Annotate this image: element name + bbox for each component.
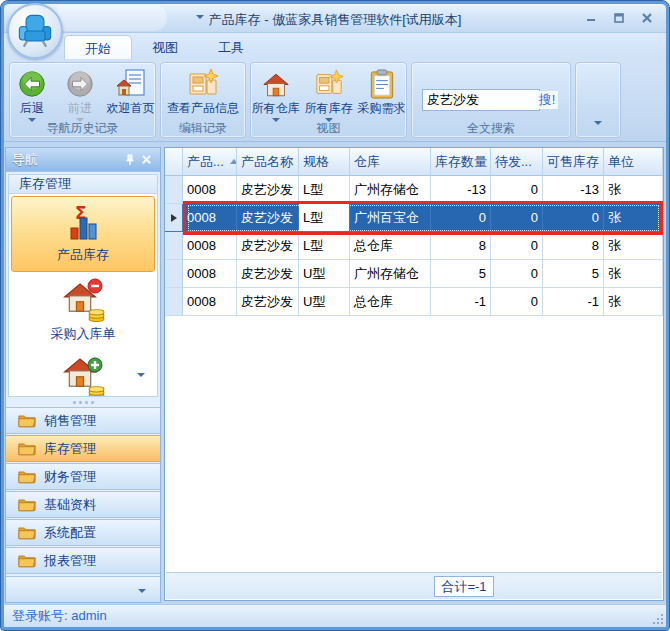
cell-product-code[interactable]: 0008 (183, 204, 237, 232)
table-row[interactable]: 0008 皮艺沙发 L型 广州存储仓 -13 0 -13 张 (165, 176, 663, 204)
quick-access-dropdown-icon[interactable] (196, 15, 204, 19)
section-header-inventory[interactable]: 库存管理 (9, 175, 157, 194)
cell-spec[interactable]: L型 (299, 232, 350, 260)
cell-pending[interactable]: 0 (491, 260, 543, 288)
row-selector[interactable] (165, 260, 183, 288)
row-selector[interactable] (165, 288, 183, 316)
sidebar-group-system-config[interactable]: 系统配置 (6, 519, 160, 546)
column-header-product-name[interactable]: 产品名称 (237, 148, 299, 176)
application-menu-button[interactable] (7, 3, 63, 59)
cell-pending[interactable]: 0 (491, 232, 543, 260)
sidebar-group-sales[interactable]: 销售管理 (6, 407, 160, 434)
cell-stock-qty[interactable]: -1 (431, 288, 491, 316)
cell-stock-qty[interactable]: 8 (431, 232, 491, 260)
resize-grip[interactable] (651, 612, 663, 624)
cell-stock-qty[interactable]: 5 (431, 260, 491, 288)
table-row[interactable]: 0008 皮艺沙发 U型 广州存储仓 5 0 5 张 (165, 260, 663, 288)
cell-unit[interactable]: 张 (604, 260, 663, 288)
column-header-unit[interactable]: 单位 (604, 148, 663, 176)
cell-product-code[interactable]: 0008 (183, 176, 237, 204)
cell-warehouse[interactable]: 总仓库 (350, 232, 431, 260)
back-button[interactable]: 后退 (10, 67, 54, 122)
cell-spec[interactable]: U型 (299, 288, 350, 316)
welcome-home-button[interactable]: 欢迎首页 (106, 67, 155, 122)
navigation-groups: 销售管理 库存管理 财务管理 基础资料 系统配置 报表管理 (6, 406, 160, 574)
tab-start[interactable]: 开始 (64, 35, 132, 61)
close-icon (141, 154, 152, 165)
cell-stock-qty[interactable]: -13 (431, 176, 491, 204)
column-header-warehouse[interactable]: 仓库 (350, 148, 431, 176)
cell-product-name[interactable]: 皮艺沙发 (237, 260, 299, 288)
purchase-demand-button[interactable]: 采购需求 (357, 67, 406, 122)
search-input[interactable] (422, 89, 540, 111)
column-header-stock-qty[interactable]: 库存数量 (431, 148, 491, 176)
cell-product-code[interactable]: 0008 (183, 260, 237, 288)
tab-view[interactable]: 视图 (132, 35, 198, 61)
cell-unit[interactable]: 张 (604, 288, 663, 316)
cell-product-code[interactable]: 0008 (183, 288, 237, 316)
dropdown-arrow-icon[interactable] (594, 121, 602, 125)
tab-tools[interactable]: 工具 (198, 35, 264, 61)
cell-warehouse[interactable]: 广州百宝仓 (350, 204, 431, 232)
search-go-button[interactable]: 搜! (536, 91, 558, 109)
nav-item-product-stock[interactable]: 产品库存 (11, 196, 155, 272)
row-selector[interactable] (165, 176, 183, 204)
cell-sellable[interactable]: 5 (543, 260, 604, 288)
sidebar-group-inventory[interactable]: 库存管理 (6, 435, 160, 462)
sidebar-group-basic-data[interactable]: 基础资料 (6, 491, 160, 518)
cell-pending[interactable]: 0 (491, 288, 543, 316)
sidebar-collapse-bar[interactable] (6, 576, 160, 602)
column-header-product-code[interactable]: 产品... (183, 148, 237, 176)
all-stock-button[interactable]: 所有库存 (304, 67, 353, 122)
cell-product-name[interactable]: 皮艺沙发 (237, 176, 299, 204)
table-row[interactable]: 0008 皮艺沙发 L型 总仓库 8 0 8 张 (165, 232, 663, 260)
view-product-info-button[interactable]: 查看产品信息 (164, 67, 242, 115)
cell-sellable[interactable]: -1 (543, 288, 604, 316)
nav-item-purchase-inbound[interactable]: 采购入库单 (9, 274, 157, 350)
cell-unit[interactable]: 张 (604, 232, 663, 260)
pin-button[interactable] (122, 152, 138, 168)
nav-item-partial[interactable] (9, 350, 157, 396)
close-icon (641, 12, 653, 24)
row-selector[interactable] (165, 232, 183, 260)
cell-stock-qty[interactable]: 0 (431, 204, 491, 232)
cell-warehouse[interactable]: 总仓库 (350, 288, 431, 316)
close-button[interactable] (638, 10, 656, 26)
panel-splitter[interactable] (6, 399, 160, 406)
all-warehouses-button[interactable]: 所有仓库 (251, 67, 300, 122)
panel-close-button[interactable] (138, 152, 154, 168)
column-header-spec[interactable]: 规格 (299, 148, 350, 176)
table-row[interactable]: 0008 皮艺沙发 U型 总仓库 -1 0 -1 张 (165, 288, 663, 316)
cell-sellable[interactable]: 0 (543, 204, 604, 232)
cell-sellable[interactable]: 8 (543, 232, 604, 260)
dropdown-arrow-icon[interactable] (137, 373, 145, 377)
minimize-button[interactable] (582, 10, 600, 26)
cell-product-name[interactable]: 皮艺沙发 (237, 204, 299, 232)
cell-spec[interactable]: L型 (299, 176, 350, 204)
cell-spec-active[interactable]: L型 (299, 204, 350, 232)
sort-ascending-icon (230, 159, 237, 164)
cell-spec[interactable]: U型 (299, 260, 350, 288)
table-row-selected[interactable]: 0008 皮艺沙发 L型 广州百宝仓 0 0 0 张 (165, 204, 663, 232)
cell-warehouse[interactable]: 广州存储仓 (350, 260, 431, 288)
cell-pending[interactable]: 0 (491, 204, 543, 232)
application-window: 产品库存 - 傲蓝家具销售管理软件[试用版本] 开始 视图 工具 (0, 0, 670, 631)
grid-summary-footer: 合计=-1 (166, 572, 662, 599)
row-selector[interactable] (165, 204, 183, 232)
sidebar-group-finance[interactable]: 财务管理 (6, 463, 160, 490)
maximize-button[interactable] (610, 10, 628, 26)
forward-button[interactable]: 前进 (58, 67, 102, 122)
cell-pending[interactable]: 0 (491, 176, 543, 204)
cell-product-name[interactable]: 皮艺沙发 (237, 232, 299, 260)
column-header-pending[interactable]: 待发... (491, 148, 543, 176)
column-header-sellable[interactable]: 可售库存 (543, 148, 604, 176)
pin-icon (124, 154, 136, 166)
cell-sellable[interactable]: -13 (543, 176, 604, 204)
sidebar-group-reports[interactable]: 报表管理 (6, 547, 160, 574)
cell-unit[interactable]: 张 (604, 176, 663, 204)
cell-product-name[interactable]: 皮艺沙发 (237, 288, 299, 316)
total-summary: 合计=-1 (434, 576, 494, 597)
cell-warehouse[interactable]: 广州存储仓 (350, 176, 431, 204)
cell-product-code[interactable]: 0008 (183, 232, 237, 260)
cell-unit[interactable]: 张 (604, 204, 663, 232)
